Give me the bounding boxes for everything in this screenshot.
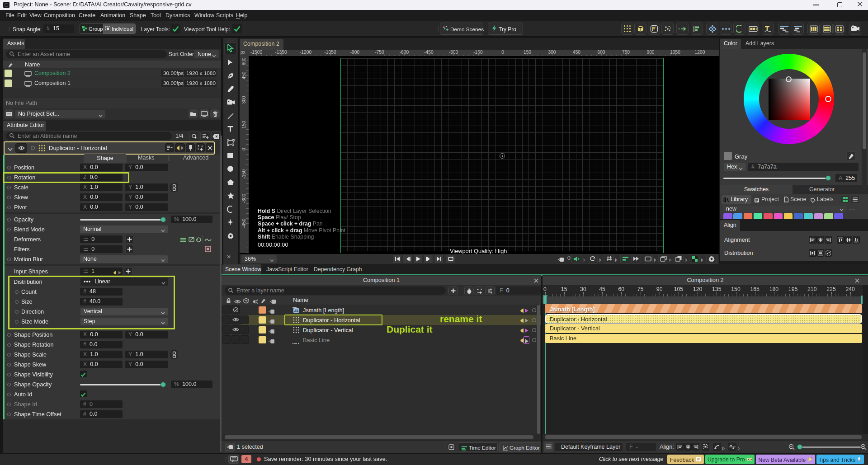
svg-text:JS: JS [294,309,299,313]
